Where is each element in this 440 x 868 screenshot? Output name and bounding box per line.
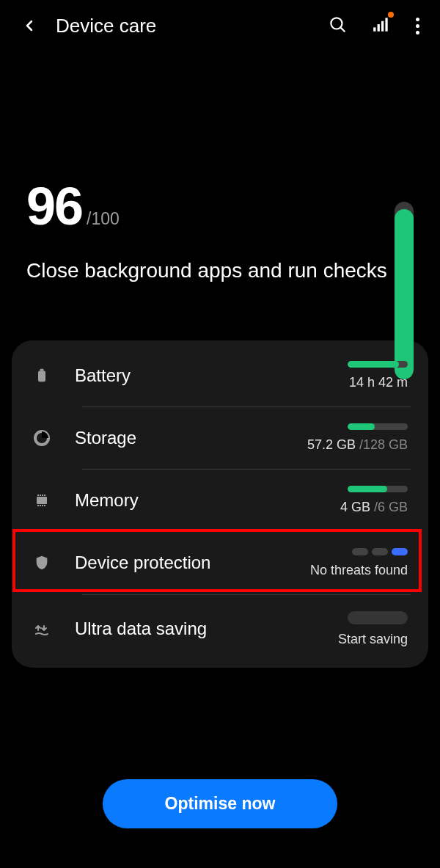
svg-rect-13 bbox=[44, 505, 45, 506]
svg-rect-10 bbox=[37, 505, 39, 506]
svg-rect-12 bbox=[42, 505, 43, 506]
battery-sub: 14 h 42 m bbox=[349, 375, 408, 390]
row-ultra[interactable]: Ultra data saving Start saving bbox=[12, 595, 428, 663]
protection-indicator bbox=[352, 548, 408, 555]
storage-icon bbox=[32, 428, 51, 448]
protection-label: Device protection bbox=[75, 552, 310, 573]
svg-rect-17 bbox=[44, 495, 45, 496]
protection-sub: No threats found bbox=[310, 563, 408, 578]
hero-section: 96 /100 Close background apps and run ch… bbox=[0, 51, 440, 329]
svg-rect-3 bbox=[378, 24, 380, 32]
svg-rect-7 bbox=[40, 369, 44, 371]
score-max: /100 bbox=[87, 209, 120, 229]
signal-icon[interactable] bbox=[372, 15, 391, 37]
header-actions bbox=[328, 15, 419, 37]
svg-rect-5 bbox=[385, 18, 387, 31]
score-value: 96 bbox=[26, 176, 82, 236]
svg-rect-2 bbox=[373, 27, 375, 31]
tip-text: Close background apps and run checks bbox=[26, 257, 414, 285]
ultra-sub: Start saving bbox=[338, 632, 408, 647]
ultra-label: Ultra data saving bbox=[75, 619, 338, 639]
row-battery[interactable]: Battery 14 h 42 m bbox=[12, 345, 428, 406]
svg-rect-4 bbox=[381, 21, 384, 32]
svg-line-1 bbox=[341, 28, 345, 32]
shield-icon bbox=[32, 553, 51, 572]
memory-bar bbox=[348, 486, 408, 492]
storage-bar bbox=[348, 423, 408, 430]
svg-rect-16 bbox=[42, 495, 43, 496]
row-protection[interactable]: Device protection No threats found bbox=[12, 532, 428, 594]
row-memory[interactable]: Memory 4 GB /6 GB bbox=[12, 470, 428, 531]
search-icon[interactable] bbox=[328, 15, 347, 37]
page-title: Device care bbox=[56, 15, 328, 37]
memory-icon bbox=[32, 491, 51, 510]
header: Device care bbox=[0, 0, 440, 51]
score: 96 /100 bbox=[26, 176, 414, 236]
row-storage[interactable]: Storage 57.2 GB /128 GB bbox=[12, 407, 428, 469]
battery-icon bbox=[32, 366, 51, 385]
svg-rect-14 bbox=[37, 495, 39, 496]
memory-label: Memory bbox=[75, 490, 340, 511]
storage-sub: 57.2 GB /128 GB bbox=[307, 437, 408, 453]
more-icon[interactable] bbox=[416, 18, 419, 34]
ultra-indicator bbox=[348, 611, 408, 624]
storage-label: Storage bbox=[75, 428, 307, 448]
svg-rect-6 bbox=[38, 371, 45, 382]
data-saving-icon bbox=[32, 619, 51, 638]
optimise-button[interactable]: Optimise now bbox=[103, 779, 337, 828]
memory-sub: 4 GB /6 GB bbox=[340, 500, 408, 515]
svg-rect-15 bbox=[40, 495, 41, 496]
metrics-card: Battery 14 h 42 m Storage 57.2 GB /128 G… bbox=[12, 340, 428, 668]
battery-label: Battery bbox=[75, 365, 348, 386]
svg-rect-11 bbox=[40, 505, 41, 506]
battery-bar bbox=[348, 361, 408, 368]
svg-rect-9 bbox=[37, 497, 47, 504]
back-icon[interactable] bbox=[21, 17, 38, 34]
